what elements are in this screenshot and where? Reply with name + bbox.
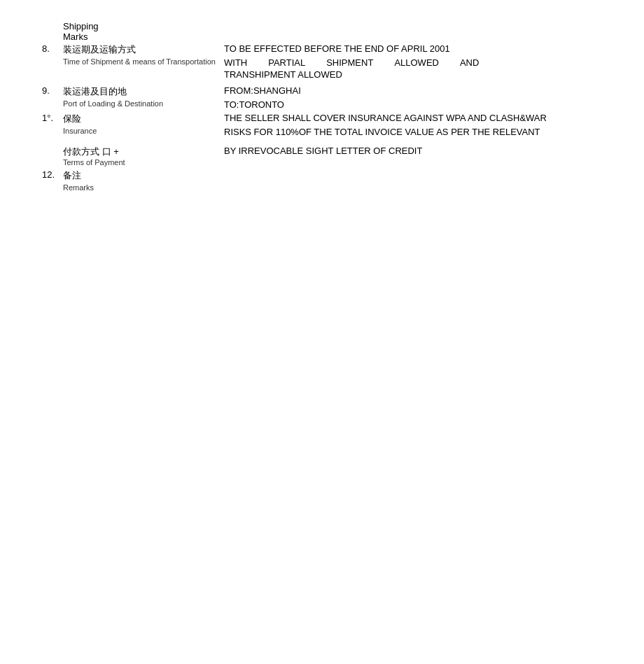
section-10-line1: THE SELLER SHALL COVER INSURANCE AGAINST… [224,113,602,123]
section-10-english-label: Insurance [63,127,224,137]
section-9-chinese: 装运港及目的地 [63,85,224,98]
section-8-main: 8. 装运期及运输方式 TO BE EFFECTED BEFORE THE EN… [42,43,602,56]
section-8-main-content: TO BE EFFECTED BEFORE THE END OF APRIL 2… [224,43,602,54]
section-10-main: 1°. 保险 THE SELLER SHALL COVER INSURANCE … [42,113,602,125]
section-11-chinese: 付款方式 口 + [63,146,224,158]
with-label: WITH [224,57,247,68]
section-12-sub: Remarks [63,183,602,192]
section-12-number: 12. [42,169,63,180]
section-9-number: 9. [42,85,63,96]
section-12-chinese: 备注 [63,169,224,182]
marks-label: Marks [63,31,88,42]
section-12-main: 12. 备注 [42,169,602,182]
allowed-label: ALLOWED [394,57,439,68]
section-8-chinese: 装运期及运输方式 [63,43,224,56]
section-8-english-label: Time of Shipment & means of Transportati… [63,57,224,68]
section-9-main: 9. 装运港及目的地 FROM:SHANGHAI [42,85,602,98]
section-9-english-label: Port of Loading & Destination [63,99,224,110]
transport-row: WITH PARTIAL SHIPMENT ALLOWED AND [224,57,602,68]
section-12-english-label: Remarks [63,183,224,192]
section-11-content: BY IRREVOCABLE SIGHT LETTER OF CREDIT [224,146,422,167]
section-10-chinese: 保险 [63,113,224,125]
section-11-english: Terms of Payment [63,158,224,167]
section-8-sub: Time of Shipment & means of Transportati… [63,57,602,68]
section-8-number: 8. [42,43,63,54]
section-10-sub: Insurance RISKS FOR 110%OF THE TOTAL INV… [63,127,602,137]
section-9-from: FROM:SHANGHAI [224,85,602,96]
transhipment-row: TRANSHIPMENT ALLOWED [224,69,602,80]
section-8-transport: WITH PARTIAL SHIPMENT ALLOWED AND [224,57,602,68]
section-11-main: 付款方式 口 + Terms of Payment BY IRREVOCABLE… [63,146,602,167]
section-11-labels: 付款方式 口 + Terms of Payment [63,146,224,167]
and-label: AND [460,57,479,68]
section-9-to: TO:TORONTO [224,99,284,110]
section-10-number: 1°. [42,113,63,123]
shipping-label: Shipping [63,21,99,31]
section-10-line2: RISKS FOR 110%OF THE TOTAL INVOICE VALUE… [224,127,540,137]
shipment-label: SHIPMENT [326,57,373,68]
partial-label: PARTIAL [268,57,305,68]
page-container: Shipping Marks 8. 装运期及运输方式 TO BE EFFECTE… [0,0,644,214]
shipping-marks-label: Shipping Marks [63,21,602,42]
section-9-sub: Port of Loading & Destination TO:TORONTO [63,99,602,110]
transhipment-label: TRANSHIPMENT ALLOWED [224,69,342,80]
